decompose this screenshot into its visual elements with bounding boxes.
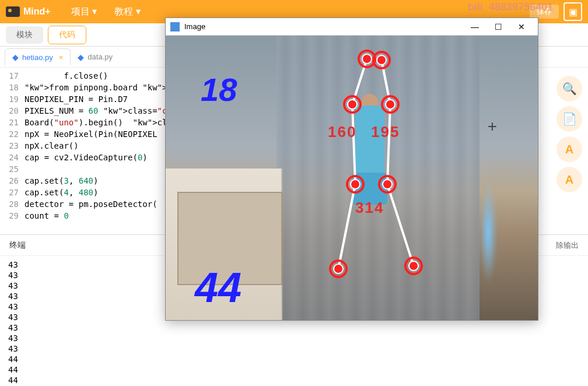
window-titlebar[interactable]: Image — ☐ ✕ xyxy=(166,18,538,36)
tool-font-up[interactable]: A xyxy=(556,136,582,162)
tab-block[interactable]: 模块 xyxy=(6,26,43,44)
python-icon: ◆ xyxy=(12,52,19,62)
tab-code[interactable]: 代码 xyxy=(48,26,86,44)
main-menu: 项目 ▾ 教程 ▾ xyxy=(62,6,149,18)
svg-point-13 xyxy=(386,100,395,109)
svg-line-3 xyxy=(387,104,390,184)
image-window: Image — ☐ ✕ 18 44 160 195 314 + xyxy=(165,17,538,321)
right-toolbar: 🔍 📄 A A xyxy=(556,76,586,192)
image-canvas: 18 44 160 195 314 + xyxy=(166,36,538,320)
close-icon[interactable]: × xyxy=(59,53,64,62)
crosshair-icon: + xyxy=(488,117,497,136)
svg-line-5 xyxy=(387,184,414,266)
overlay-angle-mid: 314 xyxy=(355,199,384,217)
tool-doc[interactable]: 📄 xyxy=(556,106,582,132)
file-tab-label: data.py xyxy=(88,52,113,61)
app-name: Mind+ xyxy=(23,6,51,17)
mode-icon[interactable]: ▣ xyxy=(564,2,582,21)
svg-point-19 xyxy=(334,264,343,273)
app-logo: Mind+ xyxy=(6,6,51,17)
svg-line-2 xyxy=(352,104,355,184)
menu-tutorial[interactable]: 教程 ▾ xyxy=(106,6,149,18)
overlay-angle-left: 160 xyxy=(328,123,356,141)
tool-font-down[interactable]: A xyxy=(556,167,582,192)
tool-search[interactable]: 🔍 xyxy=(556,76,582,101)
python-icon: ◆ xyxy=(78,52,84,62)
svg-point-7 xyxy=(362,54,372,64)
gutter: 17181920212223242526272829 xyxy=(0,70,24,234)
overlay-angle-right: 195 xyxy=(371,123,400,141)
maximize-button[interactable]: ☐ xyxy=(487,19,510,34)
terminal-title: 终端 xyxy=(9,240,26,251)
overlay-count-lower: 44 xyxy=(195,264,242,311)
window-icon xyxy=(170,22,180,31)
watermark: bili_48839756401 xyxy=(468,1,553,13)
svg-point-11 xyxy=(348,100,357,109)
svg-point-9 xyxy=(377,55,386,65)
window-controls: — ☐ ✕ xyxy=(463,19,533,34)
menu-project[interactable]: 项目 ▾ xyxy=(62,6,106,18)
svg-point-15 xyxy=(351,180,360,189)
file-tab-data[interactable]: ◆ data.py xyxy=(71,49,120,65)
logo-icon xyxy=(6,6,20,17)
file-tab-hetiao[interactable]: ◆ hetiao.py × xyxy=(5,48,71,65)
file-tab-label: hetiao.py xyxy=(22,53,53,62)
terminal-clear[interactable]: 除输出 xyxy=(556,240,579,251)
minimize-button[interactable]: — xyxy=(463,19,487,34)
svg-line-4 xyxy=(338,184,355,269)
svg-point-17 xyxy=(383,180,392,189)
window-title: Image xyxy=(184,22,463,31)
svg-point-21 xyxy=(409,261,418,271)
close-button[interactable]: ✕ xyxy=(510,19,533,34)
overlay-count-upper: 18 xyxy=(201,71,237,108)
